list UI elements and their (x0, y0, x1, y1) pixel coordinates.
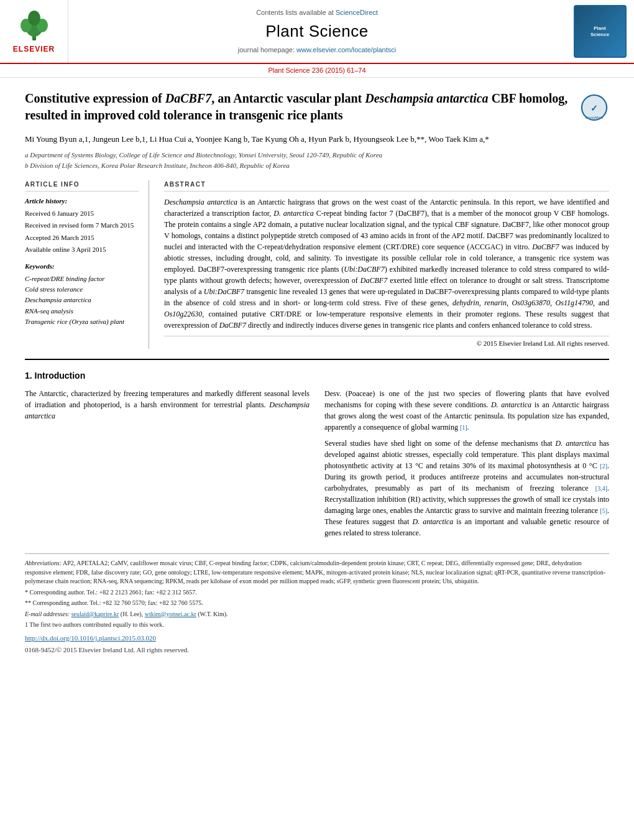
email1-person: (H. Lee), (121, 611, 143, 617)
intro-para-right-2: Several studies have shed light on some … (324, 438, 609, 538)
intro-col-left: The Antarctic, characterized by freezing… (25, 388, 310, 543)
abstract-text: Deschampsia antarctica is an Antarctic h… (164, 196, 609, 331)
copyright-line: © 2015 Elsevier Ireland Ltd. All rights … (164, 336, 609, 348)
plant-science-logo: PlantScience (574, 5, 627, 58)
info-abstract-section: ARTICLE INFO Article history: Received 6… (25, 180, 609, 348)
corresponding-author-2: ** Corresponding author. Tel.: +82 32 76… (25, 599, 609, 608)
title-text-part1: Constitutive expression of (25, 91, 165, 105)
article-title: Constitutive expression of DaCBF7, an An… (25, 90, 572, 124)
affiliations: a Department of Systems Biology, College… (25, 150, 609, 171)
email-line: E-mail addresses: seulaid@kaprire.kr (H.… (25, 610, 609, 619)
abbrev-text: AP2, APETALA2; CaMV, cauliflower mosaic … (25, 560, 605, 584)
abstract-label: ABSTRACT (164, 180, 609, 192)
intro-para-1: The Antarctic, characterized by freezing… (25, 388, 310, 422)
accepted-date: Accepted 26 March 2015 (25, 233, 139, 242)
article-title-section: Constitutive expression of DaCBF7, an An… (25, 90, 609, 124)
intro-col-right: Desv. (Poaceae) is one of the just two s… (324, 388, 609, 543)
contents-line: Contents lists available at ScienceDirec… (256, 8, 378, 17)
authors-line: Mi Young Byun a,1, Jungeun Lee b,1, Li H… (25, 134, 609, 145)
svg-text:CrossMark: CrossMark (585, 116, 604, 119)
crossmark-icon: ✓ CrossMark (579, 93, 609, 122)
cite-1[interactable]: [1] (460, 424, 467, 431)
svg-text:✓: ✓ (590, 103, 598, 113)
affiliation-a: a Department of Systems Biology, College… (25, 150, 609, 160)
cite-3-4[interactable]: [3,4] (595, 485, 607, 492)
email-link-2[interactable]: wtkim@yonsei.ac.kr (145, 611, 196, 617)
article-body: Constitutive expression of DaCBF7, an An… (0, 78, 634, 669)
ps-logo-title: PlantScience (590, 25, 609, 37)
volume-line: Plant Science 236 (2015) 61–74 (0, 64, 634, 78)
keywords-section: Keywords: C-repeat/DRE binding factor Co… (25, 262, 139, 326)
available-date: Available online 3 April 2015 (25, 245, 139, 254)
journal-name-header: Plant Science (265, 20, 368, 42)
abstract-italic-deschampsia: Deschampsia antarctica (164, 198, 237, 206)
abstract-column: ABSTRACT Deschampsia antarctica is an An… (164, 180, 609, 348)
homepage-line: journal homepage: www.elsevier.com/locat… (238, 45, 396, 55)
keyword-2: Cold stress tolerance (25, 285, 139, 294)
section-title: 1. Introduction (25, 370, 609, 382)
article-info-column: ARTICLE INFO Article history: Received 6… (25, 180, 149, 348)
introduction-body: The Antarctic, characterized by freezing… (25, 388, 609, 543)
journal-header: ELSEVIER Contents lists available at Sci… (0, 0, 634, 64)
intro-para-right-1: Desv. (Poaceae) is one of the just two s… (324, 388, 609, 433)
introduction-section: 1. Introduction The Antarctic, character… (25, 359, 609, 655)
email-label-text: E-mail addresses: (25, 611, 70, 617)
title-italic-dacbf7: DaCBF7 (165, 91, 211, 105)
abbreviations: Abbreviations: AP2, APETALA2; CaMV, caul… (25, 559, 609, 586)
plant-science-logo-box: PlantScience (566, 0, 634, 63)
elsevier-brand-text: ELSEVIER (13, 44, 55, 55)
issn-line: 0168-9452/© 2015 Elsevier Ireland Ltd. A… (25, 645, 609, 655)
title-text-part2: , an Antarctic vascular plant (211, 91, 365, 105)
keywords-label: Keywords: (25, 262, 139, 271)
affiliation-b: b Division of Life Sciences, Korea Polar… (25, 161, 609, 170)
keyword-5: Transgenic rice (Oryza sativa) plant (25, 317, 139, 326)
history-label-text: Article history: (25, 197, 67, 205)
svg-point-4 (28, 11, 40, 25)
email2-person: (W.T. Kim). (198, 611, 227, 617)
equal-contribution-note: 1 The first two authors contributed equa… (25, 621, 609, 630)
title-italic-deschampsia: Deschampsia antarctica (365, 91, 488, 105)
abbrev-label: Abbreviations: (25, 560, 62, 566)
footnotes: Abbreviations: AP2, APETALA2; CaMV, caul… (25, 553, 609, 655)
keyword-3: Deschampsia antarctica (25, 295, 139, 305)
doi-link[interactable]: http://dx.doi.org/10.1016/j.plantsci.201… (25, 634, 156, 642)
homepage-link[interactable]: www.elsevier.com/locate/plantsci (296, 46, 396, 53)
elsevier-tree-icon (12, 8, 56, 42)
history-label: Article history: (25, 196, 139, 206)
keyword-1: C-repeat/DRE binding factor (25, 274, 139, 284)
doi-line: http://dx.doi.org/10.1016/j.plantsci.201… (25, 634, 609, 644)
received-revised-date: Received in revised form 7 March 2015 (25, 221, 139, 230)
journal-center-header: Contents lists available at ScienceDirec… (68, 0, 566, 63)
corresponding-author-1: * Corresponding author. Tel.: +82 2 2123… (25, 588, 609, 598)
email-link-1[interactable]: seulaid@kaprire.kr (71, 611, 119, 617)
cite-5[interactable]: [5] (600, 507, 607, 514)
cite-2[interactable]: [2] (600, 463, 607, 469)
keyword-4: RNA-seq analysis (25, 307, 139, 316)
received-date: Received 6 January 2015 (25, 209, 139, 218)
elsevier-logo: ELSEVIER (0, 0, 68, 63)
sciencedirect-link[interactable]: ScienceDirect (336, 9, 378, 16)
article-info-label: ARTICLE INFO (25, 180, 139, 192)
